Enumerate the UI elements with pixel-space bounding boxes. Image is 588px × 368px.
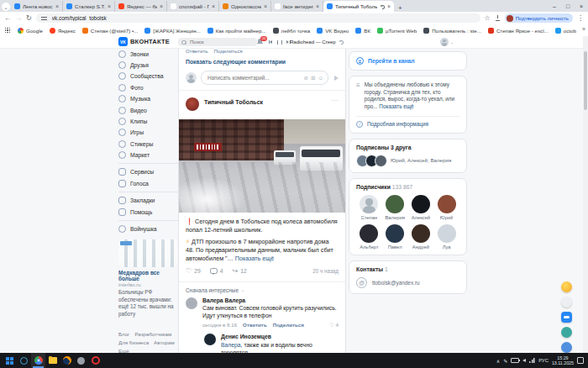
share-link[interactable]: Поделиться [273, 322, 304, 328]
bookmark-item[interactable]: Яндекс [50, 28, 76, 34]
footer-link[interactable]: Авторам [154, 339, 175, 345]
sidebar-item[interactable]: Видео [118, 104, 179, 115]
follower[interactable]: Степан [356, 195, 382, 220]
browser-tab[interactable]: Лента новостей × [11, 1, 63, 12]
taskbar-chrome[interactable] [31, 353, 45, 368]
browser-tab[interactable]: Одноклассники × [219, 1, 271, 12]
browser-tab[interactable]: Яндекс — быстрый поиск в и × [115, 1, 167, 12]
comment-input[interactable] [206, 74, 301, 81]
sidebar-item[interactable]: Стикеры [118, 139, 179, 150]
bookmark-item[interactable]: Пользователь : ste... [423, 28, 481, 34]
tab-close-icon[interactable]: × [212, 3, 215, 9]
bookmark-item[interactable]: µTorrent Web [377, 28, 417, 34]
follower[interactable]: Павел [382, 224, 408, 250]
downloads-icon[interactable] [495, 15, 501, 21]
follower[interactable]: Валерия [382, 195, 408, 220]
bookmark-item[interactable]: [ЖАРКА] Женщин... [144, 28, 200, 34]
photo-icon[interactable]: ⊞ [311, 75, 315, 81]
tab-close-icon[interactable]: × [387, 3, 391, 9]
share-button[interactable]: ↪12 [233, 268, 247, 275]
follower-avatar[interactable] [438, 224, 456, 243]
vk-logo[interactable]: VK ВКОНТАКТЕ [118, 37, 170, 46]
previous-track-icon[interactable] [269, 39, 274, 45]
sidebar-item[interactable]: Друзья [118, 60, 179, 71]
follower[interactable]: Алексей [408, 195, 434, 220]
tab-close-icon[interactable]: × [55, 3, 59, 9]
browser-tab[interactable]: Типичный Тобольск × [323, 1, 394, 12]
taskbar-explorer[interactable] [45, 353, 60, 368]
reply-link[interactable]: Ответить [186, 48, 207, 55]
follower-avatar[interactable] [438, 195, 456, 213]
footer-link[interactable]: Блог [118, 331, 129, 337]
apps-grid-icon[interactable] [4, 27, 11, 34]
search-box[interactable] [178, 38, 257, 46]
go-to-channel-button[interactable]: Перейти в канал [349, 51, 467, 71]
scrollbar-thumb[interactable] [584, 51, 587, 110]
maximize-button[interactable]: □ [561, 3, 575, 9]
follower[interactable]: Андрей [408, 224, 434, 250]
start-button[interactable] [3, 353, 17, 368]
widget-button[interactable] [561, 297, 572, 308]
sidebar-item[interactable]: Звонки [118, 48, 179, 59]
reply-link[interactable]: Ответить [243, 322, 267, 328]
forward-icon[interactable]: → [15, 14, 22, 22]
browser-tab[interactable]: face антидепрессант - Поиск в × [271, 1, 323, 12]
now-playing[interactable]: Radiohead — Creep [290, 39, 344, 45]
follower[interactable]: Юрий [433, 195, 459, 220]
comment-author[interactable]: Денис Иноземцев [221, 334, 339, 339]
contact-row[interactable]: @ ttobolsk@yandex.ru [356, 277, 459, 288]
sidebar-item[interactable]: Игры [118, 127, 179, 138]
post-author[interactable]: Типичный Тобольск [204, 99, 263, 105]
close-button[interactable]: × [575, 3, 588, 9]
url-input[interactable] [50, 14, 475, 22]
attach-icon[interactable]: ⊘ [303, 75, 307, 81]
sidebar-item[interactable]: Клипы [118, 116, 179, 127]
support-widget[interactable] [561, 327, 572, 338]
send-icon[interactable] [334, 76, 339, 81]
follower[interactable]: Альберт [356, 224, 382, 250]
sidebar-item[interactable]: Закладки [118, 195, 179, 206]
pause-icon[interactable] [277, 40, 282, 45]
battery-icon[interactable] [511, 358, 519, 363]
like-button[interactable]: ♡29 [186, 268, 201, 275]
show-next-comments-link[interactable]: Показать следующие комментарии [186, 59, 339, 65]
bookmark-item[interactable]: Степан Яркое - excl... [488, 28, 549, 34]
search-input[interactable] [188, 39, 254, 45]
taskbar-opera[interactable] [88, 353, 102, 368]
bookmark-item[interactable]: october15_72 - Twit... [555, 28, 576, 34]
bookmark-star-icon[interactable]: ☆ [485, 14, 491, 22]
community-avatar[interactable] [186, 97, 199, 111]
notifications-bell-icon[interactable]: 20 [257, 39, 264, 45]
ad-title[interactable]: Медкадров все больше [118, 270, 177, 281]
show-more-link[interactable]: Показать ещё [379, 103, 413, 109]
detailed-info-link[interactable]: i Подробная информация [356, 116, 459, 128]
pen-icon[interactable]: ✎ [503, 358, 507, 364]
clock[interactable]: 15:29 13.11.2025 [552, 355, 574, 365]
sidebar-item[interactable]: Сервисы [118, 166, 179, 177]
follower[interactable]: Луа [433, 224, 459, 250]
bookmark-item[interactable]: VK Видео [317, 28, 349, 34]
bookmark-item[interactable]: Как пройти майнер... [207, 28, 266, 34]
action-center-icon[interactable] [577, 357, 584, 364]
verify-identity-button[interactable]: Подтвердить личность [505, 13, 573, 23]
tab-close-icon[interactable]: × [160, 3, 163, 9]
taskbar-firefox[interactable] [60, 353, 74, 368]
sidebar-item[interactable]: Голоса [118, 178, 179, 189]
sticker-widget[interactable] [561, 281, 572, 292]
taskbar-app[interactable] [74, 353, 88, 368]
footer-link[interactable]: Разработчикам [134, 331, 171, 337]
browser-tab[interactable]: Сталкер S.T.A.L.K.E.R. × [63, 1, 115, 12]
post-menu-icon[interactable]: ··· [332, 97, 339, 103]
mention-link[interactable]: Валера, [221, 342, 243, 348]
follower-avatar[interactable] [412, 195, 430, 213]
new-tab-button[interactable]: + [394, 4, 407, 12]
post-photo[interactable] [179, 119, 345, 213]
follower-avatar[interactable] [412, 224, 430, 243]
cortana-button[interactable] [17, 353, 31, 368]
comments-sort[interactable]: Сначала интересные ⌄ [186, 287, 339, 293]
footer-link[interactable]: Для бизнеса [118, 339, 149, 345]
sidebar-item[interactable]: Войнушка [118, 223, 179, 234]
minimize-button[interactable]: – [548, 3, 561, 9]
scrollbar[interactable] [583, 36, 588, 353]
network-icon[interactable] [529, 358, 535, 363]
